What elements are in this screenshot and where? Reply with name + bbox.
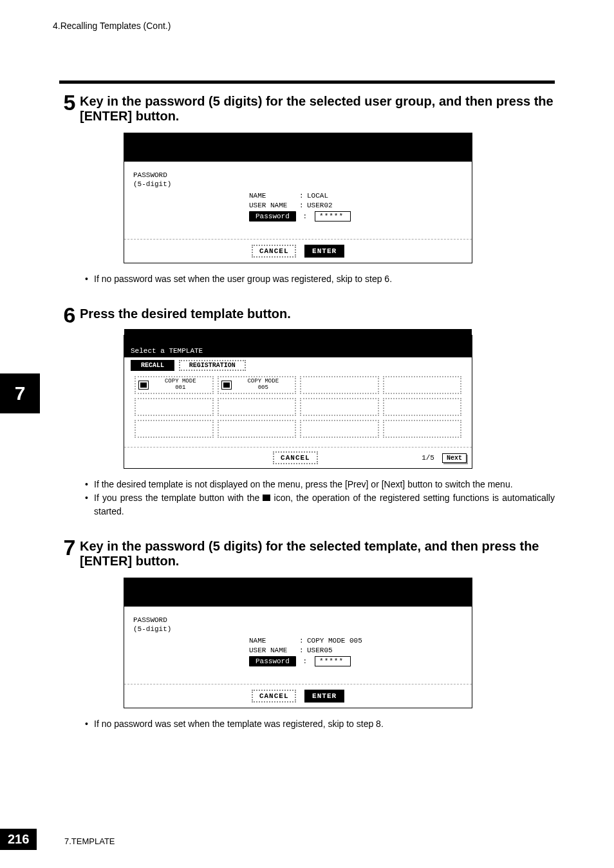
password-row: Password : ***** — [249, 211, 463, 222]
next-button[interactable]: Next — [442, 453, 467, 463]
template-slot-empty[interactable] — [383, 376, 462, 394]
name-row: NAME:LOCAL — [249, 192, 463, 200]
step7-note: If no password was set when the template… — [85, 717, 555, 731]
template-slot-empty[interactable] — [135, 398, 214, 416]
enter-button[interactable]: ENTER — [304, 690, 344, 703]
enter-button[interactable]: ENTER — [304, 245, 344, 258]
template-slot[interactable]: COPY MODE001 — [135, 376, 214, 394]
step-6: 6 Press the desired template button. — [59, 304, 555, 326]
password-screen-template: PASSWORD (5-digit) NAME:COPY MODE 005 US… — [124, 578, 472, 708]
tab-recall[interactable]: RECALL — [131, 360, 174, 371]
cancel-button[interactable]: CANCEL — [252, 690, 297, 703]
template-select-screen: Select a TEMPLATE RECALL REGISTRATION CO… — [124, 335, 472, 469]
step6-note-1: If the desired template is not displayed… — [85, 478, 555, 491]
name-row: NAME:COPY MODE 005 — [249, 637, 463, 645]
step-5: 5 Key in the password (5 digits) for the… — [59, 91, 555, 124]
screen-titlebar — [124, 133, 472, 162]
template-slot-empty[interactable] — [383, 420, 462, 438]
template-slot[interactable]: COPY MODE005 — [218, 376, 297, 394]
template-slot-empty[interactable] — [300, 376, 379, 394]
screen-titlebar — [124, 578, 472, 607]
screen-title: Select a TEMPLATE — [124, 329, 472, 357]
template-slot-empty[interactable] — [135, 420, 214, 438]
password-screen-group: PASSWORD (5-digit) NAME:LOCAL USER NAME:… — [124, 133, 472, 263]
pager-indicator: 1/5 — [422, 454, 434, 462]
password-input[interactable]: ***** — [315, 211, 351, 222]
password-heading: PASSWORD (5-digit) — [133, 616, 463, 634]
template-slot-empty[interactable] — [300, 398, 379, 416]
step-number: 6 — [59, 304, 80, 326]
chapter-side-tab: 7 — [0, 373, 40, 413]
template-slot-empty[interactable] — [218, 398, 297, 416]
step-7: 7 Key in the password (5 digits) for the… — [59, 536, 555, 569]
template-slot-empty[interactable] — [218, 420, 297, 438]
template-slot-empty[interactable] — [300, 420, 379, 438]
template-icon — [138, 381, 149, 390]
step-number: 7 — [59, 536, 80, 558]
step5-note: If no password was set when the user gro… — [85, 272, 555, 286]
template-grid: COPY MODE001 COPY MODE005 — [131, 372, 465, 442]
step6-note-2: If you press the template button with th… — [85, 491, 555, 518]
password-row: Password : ***** — [249, 656, 463, 666]
footer-chapter: 7.TEMPLATE — [64, 836, 115, 846]
password-input[interactable]: ***** — [315, 656, 351, 666]
cancel-button[interactable]: CANCEL — [252, 245, 297, 258]
tab-registration[interactable]: REGISTRATION — [179, 360, 246, 371]
rule-divider — [59, 80, 555, 84]
password-heading: PASSWORD (5-digit) — [133, 171, 463, 189]
username-row: USER NAME:USER02 — [249, 202, 463, 209]
step-instruction: Press the desired template button. — [80, 304, 555, 321]
step-instruction: Key in the password (5 digits) for the s… — [80, 536, 555, 569]
cancel-button[interactable]: CANCEL — [273, 451, 318, 464]
step-instruction: Key in the password (5 digits) for the s… — [80, 91, 555, 124]
page-number: 216 — [0, 829, 37, 850]
autostart-icon — [263, 495, 270, 501]
template-icon — [221, 381, 232, 390]
password-label-pill: Password — [249, 656, 296, 666]
password-label-pill: Password — [249, 211, 296, 222]
page-header: 4.Recalling Templates (Cont.) — [0, 0, 614, 61]
step-number: 5 — [59, 91, 80, 113]
section-title: 4.Recalling Templates (Cont.) — [53, 21, 171, 31]
template-slot-empty[interactable] — [383, 398, 462, 416]
username-row: USER NAME:USER05 — [249, 646, 463, 654]
